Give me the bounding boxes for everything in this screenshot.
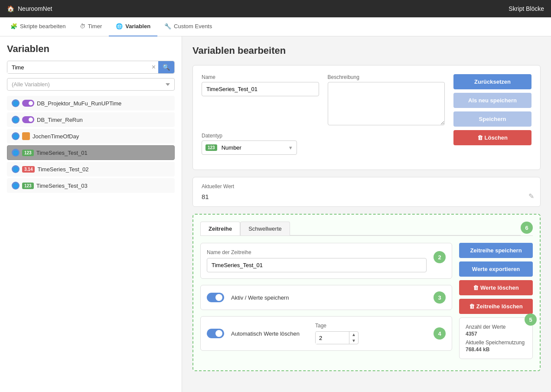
edit-icon[interactable]: ✎	[528, 192, 534, 200]
timeseries-fields: Name der Zeitreihe 2 Aktiv / Wert	[200, 243, 452, 359]
left-panel-title: Variablen	[7, 43, 175, 55]
timeseries-content: Name der Zeitreihe 2 Aktiv / Wert	[200, 243, 533, 359]
tab-skripte[interactable]: 🧩 Skripte bearbeiten	[3, 17, 73, 36]
ts-name-row: Name der Zeitreihe 2	[200, 243, 452, 279]
tab-zeitreihe[interactable]: Zeitreihe	[200, 222, 240, 235]
stats-storage-label: Aktuelle Speichernutzung	[466, 340, 526, 346]
decrement-button[interactable]: ▼	[349, 338, 358, 344]
desc-col: Beschreibung	[328, 74, 445, 127]
trash-icon2: 🗑	[469, 303, 475, 310]
header-right: Skript Blöcke	[509, 5, 544, 12]
tage-input-wrapper: ▲ ▼	[315, 331, 359, 344]
list-item-selected[interactable]: 🌐 123 TimeSeries_Test_01	[7, 145, 175, 160]
toggle-badge	[22, 116, 34, 123]
search-input[interactable]	[7, 62, 149, 73]
action-buttons: Zurücksetzen Als neu speichern Speichern…	[453, 74, 531, 161]
globe-icon: 🌐	[116, 23, 123, 29]
delete-values-button[interactable]: 🗑 Werte löschen	[459, 280, 533, 295]
timeseries-area: Zeitreihe Schwellwerte 6 Name der	[192, 214, 541, 371]
app-title: NeuroomNet	[18, 5, 52, 12]
ts-name-input[interactable]	[207, 258, 427, 272]
globe-var-icon: 🌐	[12, 182, 20, 189]
variable-list: 🌐 DB_Projektor_MuFu_RunUPTime 🌐 DB_Timer…	[7, 96, 175, 385]
save-zeitreihe-button[interactable]: Zeitreihe speichern	[459, 243, 533, 258]
ts-action-buttons: Zeitreihe speichern Werte exportieren 🗑 …	[459, 243, 533, 359]
datatype-label: Datentyp	[202, 133, 297, 139]
stats-count: 4357	[466, 331, 526, 337]
type-badge: 123	[22, 183, 34, 189]
ts-name-field: Name der Zeitreihe	[207, 249, 427, 272]
tab-customevents[interactable]: 🔧 Custom Events	[157, 17, 219, 36]
ts-auto-delete-row: Automatisch Werte löschen Tage ▲ ▼	[200, 316, 452, 351]
search-button[interactable]: 🔍	[158, 61, 174, 73]
tab-timer[interactable]: ⏱ Timer	[73, 17, 109, 36]
tab-bar: 🧩 Skripte bearbeiten ⏱ Timer 🌐 Variablen…	[0, 17, 551, 36]
search-bar: × 🔍	[7, 61, 175, 74]
datatype-select[interactable]: Number	[217, 141, 297, 154]
edit-card: Name Beschreibung Datentyp 123	[192, 65, 541, 170]
clock-icon: ⏱	[80, 23, 85, 29]
step4-badge: 4	[434, 327, 446, 340]
globe-var-icon: 🌐	[12, 116, 20, 124]
clear-search-button[interactable]: ×	[149, 63, 158, 71]
export-values-button[interactable]: Werte exportieren	[459, 261, 533, 277]
toggle-badge	[22, 100, 34, 107]
current-value-card: Aktueller Wert 81 ✎	[192, 177, 541, 207]
inner-tabs: Zeitreihe Schwellwerte 6	[200, 222, 533, 236]
stats-storage: 768.44 kB	[466, 346, 526, 353]
increment-button[interactable]: ▲	[349, 332, 358, 338]
tab-schwellwerte[interactable]: Schwellwerte	[240, 222, 290, 235]
globe-var-icon: 🌐	[12, 165, 20, 173]
type-badge: 123	[22, 150, 34, 156]
name-label: Name	[202, 74, 319, 80]
save-button[interactable]: Speichern	[453, 111, 531, 127]
list-item[interactable]: 🌐 3.14 TimeSeries_Test_02	[7, 162, 175, 176]
name-input[interactable]	[202, 82, 319, 96]
tage-label: Tage	[315, 323, 359, 329]
current-value-label: Aktueller Wert	[202, 183, 531, 189]
trash-icon: 🗑	[473, 284, 479, 291]
home-icon: 🏠	[7, 5, 14, 12]
tab-variablen[interactable]: 🌐 Variablen	[109, 17, 157, 36]
right-panel-title: Variablen bearbeiten	[192, 45, 541, 56]
list-item[interactable]: 🌐 123 TimeSeries_Test_03	[7, 178, 175, 193]
step2-badge: 2	[434, 251, 446, 263]
auto-delete-toggle[interactable]	[207, 329, 224, 338]
stats-count-label: Anzahl der Werte	[466, 324, 526, 330]
reset-button[interactable]: Zurücksetzen	[453, 74, 531, 89]
num-spinners: ▲ ▼	[349, 332, 358, 344]
app-branding: 🏠 NeuroomNet	[7, 5, 52, 12]
datatype-select-wrapper: 123 Number	[202, 140, 297, 155]
type-badge: 3.14	[22, 166, 35, 173]
current-value: 81	[202, 193, 531, 200]
delete-zeitreihe-button[interactable]: 🗑 Zeitreihe löschen	[459, 299, 533, 314]
delete-button[interactable]: 🗑 Löschen	[453, 130, 531, 145]
active-toggle[interactable]	[207, 293, 224, 302]
filter-select[interactable]: (Alle Variablen)	[7, 78, 175, 91]
tage-input[interactable]	[316, 332, 349, 344]
step3-badge: 3	[434, 291, 446, 304]
desc-label: Beschreibung	[328, 74, 445, 80]
ts-active-row: Aktiv / Werte speichern 3	[200, 285, 452, 310]
step5-badge: 5	[525, 314, 537, 326]
top-bar: 🏠 NeuroomNet Skript Blöcke	[0, 0, 551, 17]
name-desc-row: Name Beschreibung	[202, 74, 445, 127]
delete-icon: 🗑	[477, 134, 483, 141]
active-label: Aktiv / Werte speichern	[231, 294, 289, 301]
list-item[interactable]: 🌐 DB_Projektor_MuFu_RunUPTime	[7, 96, 175, 111]
list-item[interactable]: 🌐 JochenTimeOfDay	[7, 129, 175, 144]
type-badge	[22, 132, 30, 140]
desc-textarea[interactable]	[328, 82, 445, 125]
puzzle-icon: 🧩	[10, 23, 17, 29]
timeseries-main: Zeitreihe Schwellwerte 6 Name der	[200, 222, 533, 359]
list-item[interactable]: 🌐 DB_Timer_ReRun	[7, 112, 175, 127]
stats-box: 5 Anzahl der Werte 4357 Aktuelle Speiche…	[459, 317, 533, 359]
name-col: Name	[202, 74, 319, 127]
datatype-col: Datentyp 123 Number	[202, 133, 297, 155]
auto-delete-label: Automatisch Werte löschen	[231, 330, 300, 337]
datatype-badge: 123	[205, 144, 217, 151]
tage-field: Tage ▲ ▼	[315, 323, 359, 344]
ts-name-label: Name der Zeitreihe	[207, 249, 427, 255]
datatype-row: Datentyp 123 Number	[202, 133, 445, 155]
save-new-button[interactable]: Als neu speichern	[453, 93, 531, 108]
